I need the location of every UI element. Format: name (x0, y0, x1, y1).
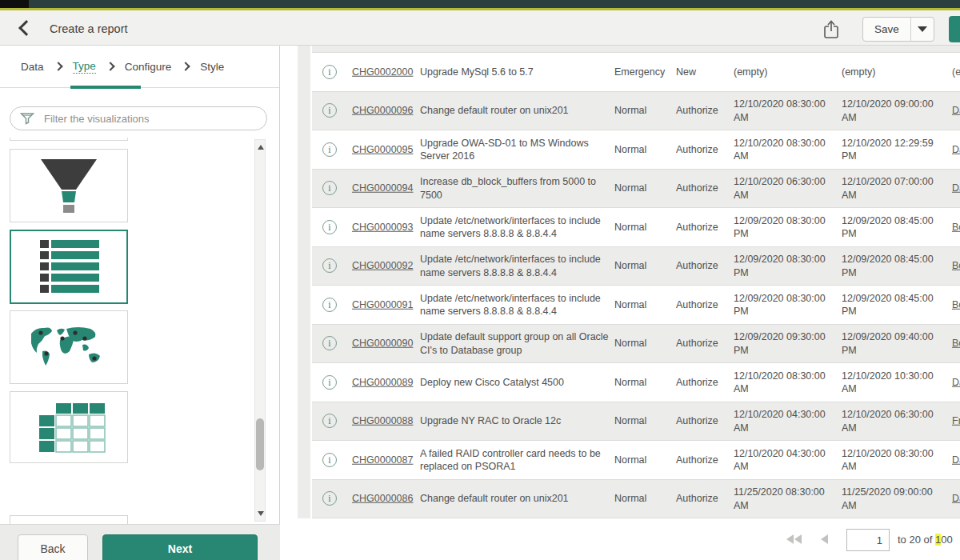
assigned-to-link[interactable]: Fre (952, 415, 960, 426)
record-number-link[interactable]: CHG0002000 (352, 66, 413, 78)
first-page-icon[interactable] (786, 534, 802, 544)
records-table: i CHG0002000 Upgrade MySql 5.6 to 5.7 Em… (312, 46, 960, 518)
priority-value: Normal (614, 337, 667, 350)
chevron-right-icon (106, 62, 114, 70)
info-icon[interactable]: i (322, 103, 337, 118)
table-row[interactable]: i CHG0000092 Update /etc/network/interfa… (312, 247, 960, 286)
record-number-link[interactable]: CHG0000094 (352, 182, 413, 194)
record-number-link[interactable]: CHG0000087 (352, 454, 413, 466)
record-number-link[interactable]: CHG0000090 (352, 338, 413, 349)
state-value: Authorize (676, 454, 729, 467)
short-description: Upgrade NY RAC to Oracle 12c (420, 414, 612, 428)
short-description: Change default router on unix201 (420, 104, 612, 118)
table-row[interactable]: i CHG0000086 Change default router on un… (312, 480, 960, 519)
top-bar-black-segment (0, 0, 29, 8)
short-description: Upgrade OWA-SD-01 to MS Windows Server 2… (420, 136, 612, 162)
tab-data[interactable]: Data (21, 61, 44, 73)
info-icon[interactable]: i (322, 181, 337, 195)
planned-end-date: 12/10/2020 10:30:00 AM (842, 369, 939, 395)
viz-thumb-table-grid[interactable] (10, 391, 128, 463)
info-icon[interactable]: i (322, 298, 337, 312)
chevron-right-icon (182, 62, 190, 70)
info-icon[interactable]: i (322, 65, 337, 79)
prev-page-icon[interactable] (821, 534, 828, 544)
info-icon[interactable]: i (322, 375, 337, 390)
next-button[interactable]: Next (102, 534, 258, 560)
table-scrollbar[interactable] (298, 46, 310, 518)
record-number-link[interactable]: CHG0000088 (352, 415, 413, 426)
assigned-to-link[interactable]: Dav (952, 493, 960, 504)
viz-list-scrollbar[interactable] (254, 139, 266, 522)
assigned-to-link[interactable]: Bow (952, 222, 960, 233)
table-row[interactable]: i CHG0002000 Upgrade MySql 5.6 to 5.7 Em… (312, 53, 960, 92)
page-number-input[interactable] (846, 529, 890, 551)
back-chevron-icon[interactable] (18, 20, 34, 36)
info-icon[interactable]: i (322, 142, 337, 157)
wizard-footer: Back Next (0, 524, 280, 560)
info-icon[interactable]: i (322, 491, 337, 506)
scrollbar-thumb[interactable] (256, 418, 264, 470)
assigned-to-link[interactable]: Dav (952, 454, 960, 466)
records-table-pane: i CHG0002000 Upgrade MySql 5.6 to 5.7 Em… (280, 46, 960, 560)
record-number-link[interactable]: CHG0000089 (352, 377, 413, 388)
planned-start-date: 11/25/2020 08:30:00 AM (734, 486, 831, 512)
state-value: Authorize (676, 259, 729, 273)
viz-thumb-world-map[interactable] (10, 310, 128, 384)
scroll-down-icon[interactable] (258, 511, 264, 516)
back-button[interactable]: Back (18, 534, 88, 560)
state-value: New (676, 66, 729, 79)
planned-start-date: 12/10/2020 04:30:00 AM (734, 446, 831, 473)
tab-configure[interactable]: Configure (125, 61, 172, 73)
viz-thumb-list-chart[interactable] (10, 230, 128, 304)
list-chart-icon (29, 237, 109, 298)
assigned-to-link[interactable]: Bow (952, 338, 960, 349)
range-text: to 20 of (898, 534, 932, 546)
scroll-up-icon[interactable] (258, 145, 264, 150)
state-value: Authorize (676, 143, 729, 157)
state-value: Authorize (676, 104, 729, 118)
assigned-to-link[interactable]: Dav (952, 377, 960, 388)
assigned-to-link[interactable]: Bow (952, 299, 960, 310)
planned-start-date: 12/10/2020 06:30:00 AM (734, 175, 831, 202)
record-number-link[interactable]: CHG0000093 (352, 222, 413, 233)
table-row[interactable]: i CHG0000091 Update /etc/network/interfa… (312, 286, 960, 325)
record-number-link[interactable]: CHG0000092 (352, 260, 413, 271)
priority-value: Normal (614, 221, 667, 234)
record-number-link[interactable]: CHG0000095 (352, 144, 413, 155)
assigned-to-link[interactable]: Bow (952, 260, 960, 271)
table-row[interactable]: i CHG0000096 Change default router on un… (312, 92, 960, 131)
table-row[interactable]: i CHG0000087 A failed RAID controller ca… (312, 441, 960, 480)
record-number-link[interactable]: CHG0000096 (352, 105, 413, 116)
save-menu-button[interactable] (911, 26, 934, 32)
info-icon[interactable]: i (322, 414, 337, 428)
share-icon[interactable] (822, 19, 840, 38)
priority-value: Normal (614, 182, 667, 195)
assigned-to-link[interactable]: Dav (952, 105, 960, 116)
info-icon[interactable]: i (322, 258, 337, 273)
priority-value: Normal (614, 259, 667, 273)
save-button[interactable]: Save (863, 23, 910, 35)
filter-visualizations-input[interactable] (10, 106, 267, 130)
planned-end-date: 12/10/2020 09:00:00 AM (842, 98, 939, 124)
table-row[interactable]: i CHG0000094 Increase db_block_buffers f… (312, 170, 960, 209)
record-number-link[interactable]: CHG0000091 (352, 299, 413, 310)
table-row[interactable]: i CHG0000095 Upgrade OWA-SD-01 to MS Win… (312, 130, 960, 170)
info-icon[interactable]: i (322, 336, 337, 350)
save-split-button[interactable]: Save (862, 17, 934, 42)
assigned-to-link[interactable]: (empty) (952, 66, 960, 78)
tab-style[interactable]: Style (200, 61, 224, 73)
run-button-cutoff[interactable] (949, 16, 960, 42)
planned-end-date: (empty) (842, 66, 939, 79)
info-icon[interactable]: i (322, 453, 337, 467)
record-number-link[interactable]: CHG0000086 (352, 493, 413, 504)
assigned-to-link[interactable]: Dav (952, 144, 960, 155)
table-row[interactable]: i CHG0000090 Update default support grou… (312, 325, 960, 364)
assigned-to-link[interactable]: Dav (952, 182, 960, 194)
info-icon[interactable]: i (322, 220, 337, 234)
tab-type[interactable]: Type (73, 60, 96, 74)
table-row[interactable]: i CHG0000089 Deploy new Cisco Catalyst 4… (312, 363, 960, 402)
short-description: Change default router on unix201 (420, 492, 612, 506)
table-row[interactable]: i CHG0000093 Update /etc/network/interfa… (312, 208, 960, 247)
table-row[interactable]: i CHG0000088 Upgrade NY RAC to Oracle 12… (312, 402, 960, 442)
viz-thumb-funnel-chart[interactable] (10, 149, 128, 222)
